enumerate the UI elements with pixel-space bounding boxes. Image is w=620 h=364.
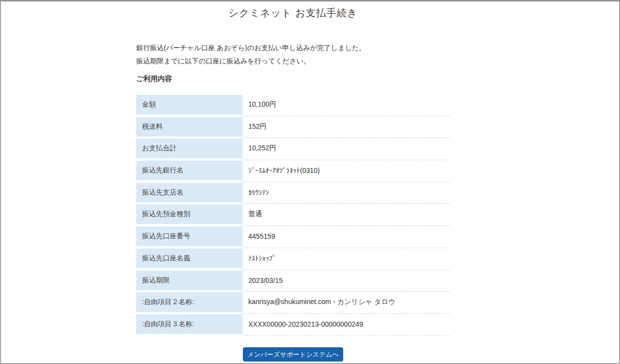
payment-procedure-page: シクミネット お支払手続き 銀行振込(バーチャル口座 あおぞら)のお支払い申し込… [0, 0, 620, 364]
row-value: 4455159 [242, 226, 450, 246]
row-label: 振込先口座名義 [136, 249, 242, 268]
table-row: 振込先預金種別 普通 [136, 204, 450, 226]
table-row: 金額 10,100円 [136, 95, 450, 117]
table-row: 振込先口座名義 ﾃｽﾄｼｮｯﾌﾟ [136, 249, 450, 271]
table-row: お支払合計 10,252円 [136, 139, 450, 161]
row-label: 振込先銀行名 [136, 161, 242, 180]
row-label: 税送料 [136, 117, 242, 137]
row-label: 振込先預金種別 [136, 204, 242, 224]
row-label: 金額 [136, 95, 242, 114]
row-label: 振込先口座番号 [136, 226, 242, 246]
intro-line-2: 振込期限までに以下の口座に振込みを行ってください。 [136, 55, 450, 68]
row-label: :自由項目３名称: [136, 314, 242, 334]
row-label: 振込期限 [136, 271, 242, 290]
row-value: 10,252円 [242, 139, 450, 158]
table-row: 振込先銀行名 ｼﾞｰｴﾑｵｰｱｵｿﾞﾗﾈｯﾄ(0310) [136, 161, 450, 183]
usage-details-heading: ご利用内容 [136, 74, 450, 84]
row-value: 10,100円 [242, 95, 450, 114]
table-row: :自由項目２名称: kanrisya@shukuminet.com - カンリシ… [136, 292, 450, 314]
row-value: ﾃｽﾄｼｮｯﾌﾟ [242, 249, 450, 268]
intro-text: 銀行振込(バーチャル口座 あおぞら)のお支払い申し込みが完了しました。 振込期限… [136, 41, 450, 68]
page-title: シクミネット お支払手続き [136, 1, 450, 20]
row-value: 2023/03/15 [242, 271, 450, 290]
row-label: 振込先支店名 [136, 183, 242, 202]
table-row: 税送料 152円 [136, 117, 450, 139]
row-value: kanrisya@shukuminet.com - カンリシャ タロウ [242, 292, 450, 312]
members-support-system-button[interactable]: メンバーズサポートシステムへ [243, 347, 343, 362]
table-row: 振込先口座番号 4455159 [136, 226, 450, 249]
row-value: ｼﾞｰｴﾑｵｰｱｵｿﾞﾗﾈｯﾄ(0310) [242, 161, 450, 180]
row-value: 152円 [242, 117, 450, 137]
usage-details-table: 金額 10,100円 税送料 152円 お支払合計 10,252円 振込先銀行名… [136, 95, 450, 336]
row-label: お支払合計 [136, 139, 242, 158]
table-row: 振込先支店名 ｶﾘｳｼﾃﾝ [136, 183, 450, 205]
row-label: :自由項目２名称: [136, 292, 242, 312]
intro-line-1: 銀行振込(バーチャル口座 あおぞら)のお支払い申し込みが完了しました。 [136, 41, 450, 55]
table-row: 振込期限 2023/03/15 [136, 271, 450, 293]
table-row: :自由項目３名称: XXXX00000-20230213-00000000249 [136, 314, 450, 336]
content-area: シクミネット お支払手続き 銀行振込(バーチャル口座 あおぞら)のお支払い申し込… [136, 1, 450, 362]
row-value: XXXX00000-20230213-00000000249 [242, 314, 450, 334]
row-value: 普通 [242, 204, 450, 224]
footer-actions: メンバーズサポートシステムへ [136, 347, 450, 362]
row-value: ｶﾘｳｼﾃﾝ [242, 183, 450, 202]
